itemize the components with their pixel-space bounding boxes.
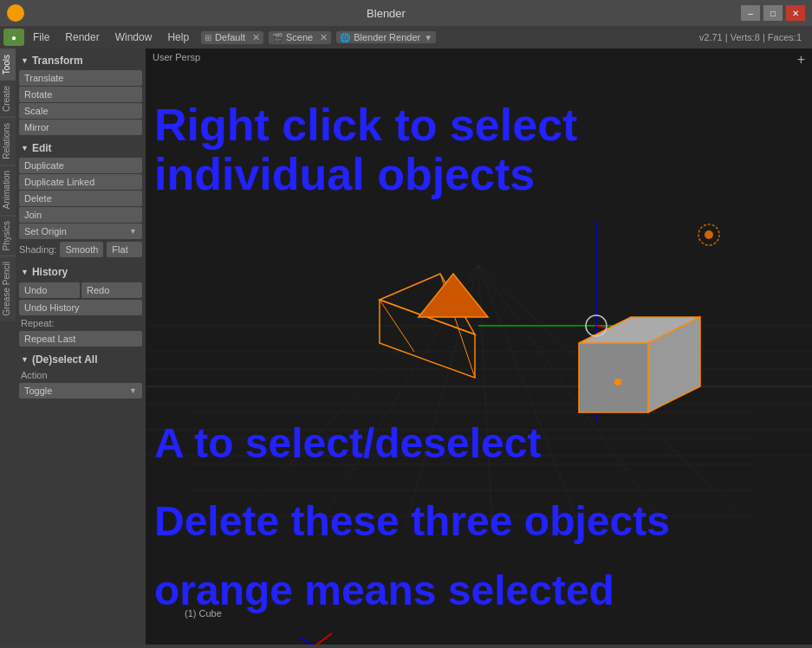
set-origin-arrow-icon: ▼	[129, 227, 137, 236]
layout-segment[interactable]: ⊞ Default ✕	[201, 31, 263, 44]
undo-redo-row: Undo Redo	[19, 282, 142, 299]
tab-physics[interactable]: Physics	[0, 215, 16, 256]
undo-button[interactable]: Undo	[19, 282, 80, 298]
layout-close-icon[interactable]: ✕	[252, 32, 260, 43]
svg-point-25	[614, 379, 621, 386]
scene-close-icon[interactable]: ✕	[320, 32, 328, 43]
app-title: Blender	[31, 7, 741, 20]
titlebar-left	[0, 4, 31, 22]
sidebar-content: Transform Translate Rotate Scale Mirror …	[16, 49, 146, 403]
version-info: v2.71 | Verts:8 | Faces:1	[699, 32, 809, 42]
transform-header[interactable]: Transform	[19, 52, 142, 69]
menu-file[interactable]: File	[26, 29, 56, 45]
sidebar-tabs: Tools Create Relations Animation Physics…	[0, 49, 16, 645]
translate-button[interactable]: Translate	[19, 70, 142, 86]
redo-button[interactable]: Redo	[81, 282, 142, 298]
delete-button[interactable]: Delete	[19, 191, 142, 206]
hint-text-1: Right click to selectindividual objects	[154, 100, 577, 199]
svg-line-36	[300, 638, 315, 645]
titlebar: Blender – □ ✕	[0, 0, 812, 26]
tab-create[interactable]: Create	[0, 80, 16, 117]
set-origin-dropdown[interactable]: Set Origin ▼	[19, 224, 142, 239]
rotate-button[interactable]: Rotate	[19, 87, 142, 102]
window-controls: – □ ✕	[741, 5, 812, 21]
menu-window[interactable]: Window	[108, 29, 159, 45]
svg-rect-22	[579, 343, 648, 412]
blender-logo-icon	[7, 4, 24, 22]
shading-label: Shading:	[19, 244, 56, 255]
toggle-dropdown[interactable]: Toggle ▼	[19, 383, 142, 399]
edit-header[interactable]: Edit	[19, 139, 142, 157]
duplicate-linked-button[interactable]: Duplicate Linked	[19, 174, 142, 190]
tab-relations[interactable]: Relations	[0, 117, 16, 165]
main-layout: Tools Create Relations Animation Physics…	[0, 49, 812, 645]
flat-button[interactable]: Flat	[107, 242, 142, 257]
blender-icon: ●	[3, 29, 24, 46]
deselect-header[interactable]: (De)select All	[19, 351, 142, 368]
scale-button[interactable]: Scale	[19, 103, 142, 119]
duplicate-button[interactable]: Duplicate	[19, 158, 142, 173]
action-label: Action	[19, 368, 142, 382]
join-button[interactable]: Join	[19, 207, 142, 223]
maximize-button[interactable]: □	[763, 5, 783, 21]
viewport-label: User Persp	[153, 52, 200, 62]
smooth-button[interactable]: Smooth	[60, 242, 103, 257]
undo-history-button[interactable]: Undo History	[19, 300, 142, 315]
svg-line-34	[315, 633, 332, 645]
close-button[interactable]: ✕	[786, 5, 805, 21]
repeat-last-button[interactable]: Repeat Last	[19, 331, 142, 347]
object-label: (1) Cube	[185, 608, 222, 619]
hint-text-2: A to select/deselect	[154, 421, 541, 467]
shading-row: Shading: Smooth Flat	[19, 241, 142, 258]
tab-animation[interactable]: Animation	[0, 165, 16, 214]
add-viewport-icon[interactable]: +	[797, 52, 805, 68]
menu-render[interactable]: Render	[58, 29, 106, 45]
render-engine-segment[interactable]: 🌐 Blender Render ▼	[336, 31, 436, 43]
svg-line-10	[478, 265, 492, 525]
tab-tools[interactable]: Tools	[0, 49, 16, 80]
menu-help[interactable]: Help	[160, 29, 196, 45]
toggle-arrow-icon: ▼	[129, 386, 137, 395]
svg-point-33	[705, 230, 713, 239]
svg-marker-30	[419, 274, 488, 317]
sidebar: Tools Create Relations Animation Physics…	[0, 49, 146, 645]
menubar: ● File Render Window Help ⊞ Default ✕ 🎬 …	[0, 26, 812, 49]
scene-segment[interactable]: 🎬 Scene ✕	[269, 31, 331, 44]
viewport[interactable]: User Persp +	[146, 49, 812, 645]
mirror-button[interactable]: Mirror	[19, 120, 142, 135]
hint-text-4: orange means selected	[154, 568, 614, 614]
repeat-label: Repeat:	[19, 316, 142, 330]
tab-grease-pencil[interactable]: Grease Pencil	[0, 256, 16, 321]
minimize-button[interactable]: –	[741, 5, 760, 21]
svg-line-11	[478, 265, 579, 525]
bottombar: ● View Select Add Object Object Mode ▼ ●…	[0, 645, 812, 648]
hint-text-3: Delete these three objects	[154, 499, 670, 545]
history-header[interactable]: History	[19, 263, 142, 281]
